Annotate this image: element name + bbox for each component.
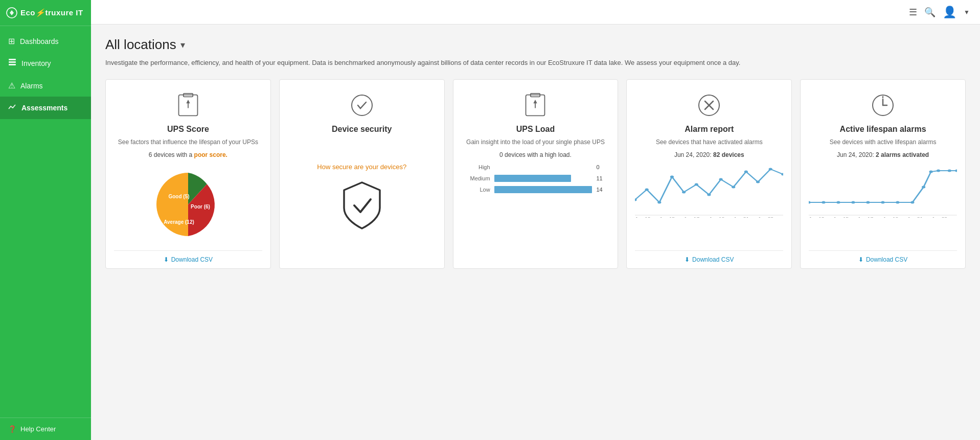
svg-point-48	[929, 171, 933, 173]
bar-row-medium: Medium 11	[466, 175, 606, 182]
svg-point-18	[670, 176, 674, 178]
sidebar-nav: ⊞ Dashboards Inventory ⚠ Alarms Assessme…	[0, 26, 91, 418]
app-logo: Eco⚡truxure IT	[0, 0, 91, 26]
page-title: All locations	[105, 37, 176, 53]
svg-point-42	[852, 201, 855, 204]
ups-score-download[interactable]: ⬇ Download CSV	[114, 250, 262, 268]
inventory-icon	[8, 58, 16, 68]
svg-point-20	[695, 183, 698, 186]
svg-point-45	[896, 201, 899, 204]
security-card-body: How secure are your devices?	[288, 138, 436, 269]
svg-text:Jun 15: Jun 15	[659, 217, 675, 218]
alarm-report-title: Alarm report	[685, 125, 734, 134]
ups-score-desc: See factors that influence the lifespan …	[118, 138, 258, 147]
svg-rect-1	[9, 59, 16, 60]
svg-text:Poor (6): Poor (6)	[191, 204, 210, 210]
svg-point-21	[708, 194, 711, 196]
logo-text: Eco⚡truxure IT	[20, 8, 83, 17]
svg-text:Good (5): Good (5)	[168, 194, 189, 199]
bar-row-high: High 0	[466, 164, 606, 171]
svg-text:Jun 17: Jun 17	[684, 217, 700, 218]
ups-load-chart: High 0 Medium 11 Low	[462, 164, 610, 197]
page-content: All locations ▾ Investigate the performa…	[91, 25, 980, 281]
bar-value-low: 14	[596, 187, 605, 193]
svg-point-9	[352, 95, 372, 115]
download-label: Download CSV	[692, 256, 734, 263]
svg-point-24	[744, 171, 748, 173]
help-icon: ❓	[8, 425, 16, 433]
account-chevron[interactable]: ▼	[964, 9, 970, 16]
svg-point-26	[769, 168, 772, 171]
svg-text:Jun 23: Jun 23	[758, 217, 774, 218]
sidebar-item-assessments[interactable]: Assessments	[0, 97, 91, 119]
sidebar-item-inventory[interactable]: Inventory	[0, 52, 91, 75]
sidebar-item-label: Assessments	[21, 104, 67, 112]
svg-point-44	[881, 201, 884, 204]
dashboards-icon: ⊞	[8, 36, 15, 46]
lifespan-desc: See devices with active lifespan alarms	[830, 138, 937, 147]
active-lifespan-card: Active lifespan alarms See devices with …	[800, 79, 966, 269]
download-icon: ⬇	[685, 256, 690, 263]
svg-text:Jun 23: Jun 23	[932, 217, 948, 218]
ups-score-pie: Good (5) Poor (6) Average (12)	[147, 164, 229, 245]
list-icon[interactable]: ☰	[909, 7, 917, 18]
sidebar-item-dashboards[interactable]: ⊞ Dashboards	[0, 30, 91, 52]
help-center-button[interactable]: ❓ Help Center	[0, 418, 91, 440]
lifespan-title: Active lifespan alarms	[840, 125, 926, 134]
security-question: How secure are your devices?	[317, 163, 406, 171]
bar-label-high: High	[466, 164, 490, 170]
svg-text:Jun 15: Jun 15	[833, 217, 849, 218]
svg-point-47	[922, 186, 925, 189]
svg-point-17	[658, 201, 662, 204]
svg-text:Jun 21: Jun 21	[907, 217, 923, 218]
bar-row-low: Low 14	[466, 186, 606, 193]
alarm-line-chart: Jun 13 Jun 15 Jun 17 Jun 19 Jun 21 Jun 2…	[635, 161, 783, 250]
svg-text:Jun 19: Jun 19	[883, 217, 899, 218]
alarm-report-icon	[694, 90, 724, 121]
device-security-title: Device security	[332, 125, 392, 134]
alarm-report-card: Alarm report See devices that have activ…	[626, 79, 792, 269]
bar-fill-low	[494, 186, 592, 193]
main-content: ☰ 🔍 👤 ▼ All locations ▾ Investigate the …	[91, 0, 980, 440]
alarm-report-download[interactable]: ⬇ Download CSV	[635, 250, 783, 268]
sidebar-item-label: Inventory	[21, 59, 51, 67]
svg-point-23	[732, 186, 735, 189]
lifespan-icon	[868, 90, 898, 121]
user-avatar[interactable]: 👤	[943, 6, 956, 19]
location-chevron[interactable]: ▾	[180, 39, 185, 51]
lifespan-download[interactable]: ⬇ Download CSV	[809, 250, 957, 268]
shield-check-icon	[339, 180, 385, 233]
search-icon[interactable]: 🔍	[924, 7, 936, 18]
download-label: Download CSV	[171, 256, 213, 263]
svg-point-25	[756, 181, 760, 183]
lifespan-line-chart: Jun 13 Jun 15 Jun 17 Jun 19 Jun 21 Jun 2…	[809, 161, 957, 250]
bar-label-low: Low	[466, 187, 490, 193]
svg-text:Jun 13: Jun 13	[635, 217, 651, 218]
bar-track-high	[494, 164, 592, 171]
svg-point-51	[955, 170, 957, 172]
svg-point-40	[822, 201, 826, 204]
bar-value-medium: 11	[596, 175, 605, 181]
lifespan-date-stat: Jun 24, 2020: 2 alarms activated	[837, 151, 929, 158]
svg-point-46	[910, 201, 914, 204]
ups-load-title: UPS Load	[516, 125, 555, 134]
page-subtitle: Investigate the performance, efficiency,…	[105, 58, 966, 68]
download-label: Download CSV	[866, 256, 907, 263]
bar-track-low	[494, 186, 592, 193]
svg-point-39	[809, 201, 811, 204]
topbar: ☰ 🔍 👤 ▼	[91, 0, 980, 25]
download-icon: ⬇	[164, 256, 169, 263]
svg-point-41	[837, 201, 840, 204]
page-header: All locations ▾	[105, 37, 966, 53]
logo-icon	[6, 7, 17, 18]
ups-load-desc: Gain insight into the load of your singl…	[466, 138, 605, 147]
bar-fill-medium	[494, 175, 572, 182]
ups-load-icon	[520, 90, 551, 121]
device-security-icon	[347, 90, 377, 121]
svg-point-16	[645, 189, 649, 191]
ups-load-stat: 0 devices with a high load.	[499, 151, 572, 158]
sidebar-item-alarms[interactable]: ⚠ Alarms	[0, 75, 91, 97]
svg-point-50	[948, 170, 951, 172]
ups-score-icon	[173, 90, 203, 121]
svg-point-22	[719, 178, 723, 181]
